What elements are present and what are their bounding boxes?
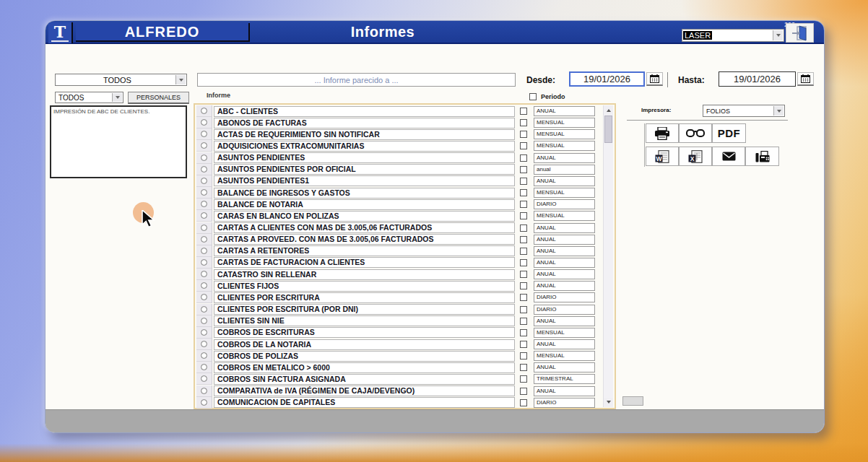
report-period[interactable]: ANUAL bbox=[534, 339, 595, 349]
report-radio[interactable] bbox=[201, 306, 207, 313]
report-name[interactable]: CLIENTES FIJOS bbox=[214, 281, 515, 292]
report-list-scrollbar[interactable] bbox=[603, 105, 613, 407]
report-radio[interactable] bbox=[201, 329, 207, 336]
report-radio[interactable] bbox=[201, 212, 207, 219]
preview-button[interactable] bbox=[679, 123, 712, 143]
report-checkbox[interactable] bbox=[520, 248, 527, 255]
report-name[interactable]: COBROS DE POLIZAS bbox=[214, 351, 515, 362]
report-period[interactable]: MENSUAL bbox=[534, 141, 595, 151]
report-checkbox[interactable] bbox=[520, 142, 527, 149]
report-radio[interactable] bbox=[201, 341, 207, 347]
scroll-down-button[interactable] bbox=[604, 398, 613, 407]
report-period[interactable]: MENSUAL bbox=[534, 129, 595, 139]
report-checkbox[interactable] bbox=[520, 201, 527, 208]
report-checkbox[interactable] bbox=[520, 282, 527, 289]
report-checkbox[interactable] bbox=[520, 189, 527, 196]
scrollbar-thumb[interactable] bbox=[604, 116, 612, 143]
report-radio[interactable] bbox=[201, 108, 207, 114]
report-period[interactable]: DIARIO bbox=[534, 305, 595, 315]
report-period[interactable]: ANUAL bbox=[534, 316, 595, 326]
report-period[interactable]: ANUAL bbox=[534, 386, 595, 396]
report-period[interactable]: ANUAL bbox=[534, 269, 595, 279]
report-checkbox[interactable] bbox=[520, 108, 527, 115]
report-name[interactable]: BALANCE DE INGRESOS Y GASTOS bbox=[214, 188, 515, 199]
report-checkbox[interactable] bbox=[520, 259, 527, 266]
report-checkbox[interactable] bbox=[520, 225, 527, 232]
report-name[interactable]: ACTAS DE REQUERIMIENTO SIN NOTIFICAR bbox=[214, 129, 515, 140]
pdf-button[interactable]: PDF bbox=[712, 123, 746, 143]
report-period[interactable]: ANUAL bbox=[534, 223, 595, 233]
report-period[interactable]: TRIMESTRAL bbox=[534, 374, 595, 384]
report-checkbox[interactable] bbox=[520, 341, 527, 348]
report-name[interactable]: COBROS SIN FACTURA ASIGNADA bbox=[214, 374, 515, 385]
report-name[interactable]: CATASTRO SIN RELLENAR bbox=[214, 269, 515, 280]
report-period[interactable]: ANUAL bbox=[534, 362, 595, 372]
report-name[interactable]: ADQUISICIONES EXTRACOMUNITARIAS bbox=[214, 141, 515, 152]
export-excel-button[interactable]: X bbox=[679, 147, 712, 166]
report-radio[interactable] bbox=[201, 178, 207, 184]
report-period[interactable]: MENSUAL bbox=[534, 188, 595, 198]
report-radio[interactable] bbox=[201, 259, 207, 266]
report-name[interactable]: CARTAS A CLIENTES CON MAS DE 3.005,06 FA… bbox=[214, 222, 515, 233]
report-name[interactable]: COBROS DE ESCRITURAS bbox=[214, 327, 515, 338]
report-period[interactable]: DIARIO bbox=[534, 199, 595, 209]
impresora-select[interactable]: FOLIOS bbox=[703, 105, 785, 117]
report-period[interactable]: ANUAL bbox=[534, 153, 595, 163]
report-radio[interactable] bbox=[201, 248, 207, 254]
report-name[interactable]: CARTAS A RETENTORES bbox=[214, 245, 515, 256]
report-radio[interactable] bbox=[201, 142, 207, 149]
report-period[interactable]: ANUAL bbox=[534, 235, 595, 245]
report-name[interactable]: COMPARATIVA de IVA (RÉGIMEN DE CAJA/DEVE… bbox=[214, 385, 515, 396]
desde-calendar-button[interactable] bbox=[646, 72, 663, 86]
report-period[interactable]: ANUAL bbox=[534, 106, 595, 116]
report-checkbox[interactable] bbox=[520, 236, 527, 243]
report-description-box[interactable]: IMPRESIÓN DE ABC DE CLIENTES. bbox=[50, 105, 187, 178]
report-checkbox[interactable] bbox=[520, 178, 527, 185]
report-name[interactable]: COMUNICACION DE CAPITALES bbox=[214, 397, 515, 408]
report-radio[interactable] bbox=[201, 154, 207, 161]
report-checkbox[interactable] bbox=[520, 329, 527, 336]
report-radio[interactable] bbox=[201, 364, 207, 370]
report-name[interactable]: COBROS DE LA NOTARIA bbox=[214, 339, 515, 350]
report-period[interactable]: ANUAL bbox=[534, 258, 595, 268]
report-checkbox[interactable] bbox=[520, 318, 527, 325]
report-name[interactable]: CARAS EN BLANCO EN POLIZAS bbox=[214, 211, 515, 222]
report-period[interactable]: ANUAL bbox=[534, 281, 595, 291]
chevron-down-icon[interactable] bbox=[773, 30, 783, 40]
hasta-date-input[interactable] bbox=[719, 71, 796, 87]
report-radio[interactable] bbox=[201, 131, 207, 137]
report-name[interactable]: BALANCE DE NOTARIA bbox=[214, 199, 515, 210]
report-radio[interactable] bbox=[201, 119, 207, 126]
report-name[interactable]: COBROS EN METALICO > 6000 bbox=[214, 362, 515, 373]
report-checkbox[interactable] bbox=[520, 131, 527, 138]
report-name[interactable]: ABONOS DE FACTURAS bbox=[214, 118, 515, 128]
report-period[interactable]: anual bbox=[534, 165, 595, 175]
periodo-checkbox[interactable] bbox=[529, 93, 537, 100]
report-radio[interactable] bbox=[201, 375, 207, 382]
chevron-down-icon[interactable] bbox=[773, 106, 784, 116]
mini-button[interactable] bbox=[622, 396, 643, 406]
report-period[interactable]: ANUAL bbox=[534, 176, 595, 186]
printer-select[interactable]: LASER bbox=[682, 29, 784, 42]
report-radio[interactable] bbox=[201, 271, 207, 277]
chevron-down-icon[interactable] bbox=[175, 75, 186, 84]
print-button[interactable] bbox=[646, 123, 679, 143]
report-checkbox[interactable] bbox=[520, 212, 527, 219]
report-radio[interactable] bbox=[201, 294, 207, 300]
report-checkbox[interactable] bbox=[520, 154, 527, 162]
report-period[interactable]: MENSUAL bbox=[534, 328, 595, 338]
report-checkbox[interactable] bbox=[520, 375, 527, 383]
report-period[interactable]: ANUAL bbox=[534, 246, 595, 256]
email-button[interactable] bbox=[712, 147, 745, 166]
report-name[interactable]: ASUNTOS PENDIENTES POR OFICIAL bbox=[214, 164, 515, 175]
report-name[interactable]: ASUNTOS PENDIENTES1 bbox=[214, 175, 515, 186]
report-name[interactable]: CLIENTES POR ESCRITURA bbox=[214, 292, 515, 303]
report-checkbox[interactable] bbox=[520, 119, 527, 126]
report-checkbox[interactable] bbox=[520, 294, 527, 301]
report-name[interactable]: CLIENTES SIN NIE bbox=[214, 315, 515, 326]
report-name[interactable]: ABC - CLIENTES bbox=[214, 106, 515, 117]
report-radio[interactable] bbox=[201, 399, 207, 406]
report-radio[interactable] bbox=[201, 166, 207, 173]
report-period[interactable]: MENSUAL bbox=[534, 351, 595, 361]
exit-button[interactable] bbox=[786, 23, 814, 43]
